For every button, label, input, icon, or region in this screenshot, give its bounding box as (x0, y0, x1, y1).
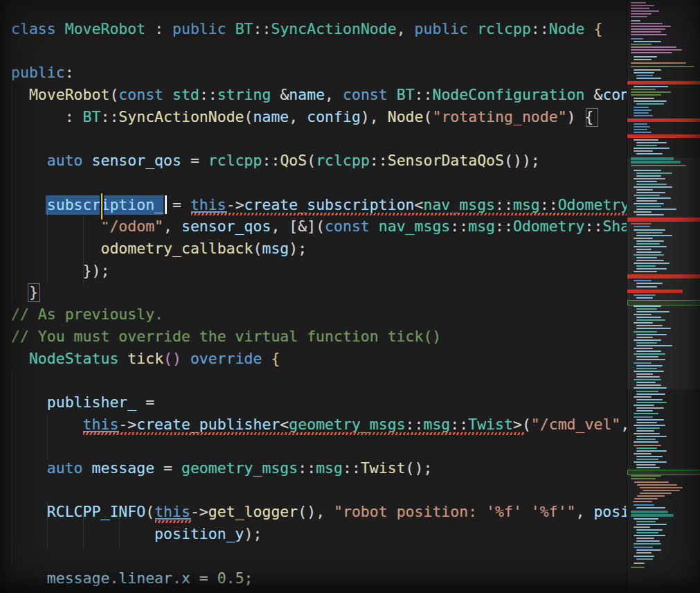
minimap-code-bar (637, 495, 665, 497)
minimap-code-bar (643, 490, 680, 491)
code-token: { (593, 20, 602, 37)
minimap-code-bar (636, 334, 667, 335)
minimap-code-bar (634, 129, 647, 130)
minimap-code-bar (636, 393, 665, 395)
minimap-code-bar (636, 532, 658, 533)
code-token: QoS (280, 152, 307, 169)
minimap-code-bar (634, 115, 653, 116)
code-token: NodeConfiguration (432, 86, 584, 103)
code-token: msg (513, 196, 540, 213)
minimap-code-bar (634, 535, 665, 536)
error-squiggle (83, 432, 525, 435)
code-token: public (172, 20, 226, 37)
minimap-code-bar (634, 229, 665, 231)
minimap-code-bar (634, 271, 657, 272)
error-squiggle (155, 520, 192, 523)
code-line-26[interactable]: message.linear.x = 0.5; (0, 567, 627, 590)
code-line-5[interactable]: : BT::SyncActionNode(name, config), Node… (0, 106, 627, 128)
code-token: ); (289, 240, 307, 257)
minimap-code-bar (634, 41, 661, 42)
minimap-code-bar (633, 501, 652, 502)
minimap-code-bar (636, 189, 653, 191)
code-line-7[interactable]: auto sensor_qos = rclcpp::QoS(rclcpp::Se… (0, 150, 627, 172)
minimap-error-bar (627, 81, 700, 85)
code-token (11, 240, 100, 257)
minimap-code-bar (636, 328, 671, 329)
minimap-code-bar (636, 552, 652, 554)
code-token (11, 196, 47, 213)
minimap-code-bar (634, 203, 664, 204)
minimap-code-bar (636, 524, 667, 525)
code-token: < (415, 196, 424, 213)
code-token: { (585, 108, 594, 125)
code-token: sensor_qos (181, 218, 271, 235)
code-line-18[interactable]: publisher_ = (0, 391, 627, 414)
minimap-code-bar (634, 226, 650, 227)
minimap-code-bar (636, 507, 665, 508)
minimap-code-bar (636, 467, 660, 468)
code-line-1[interactable]: class MoveRobot : public BT::SyncActionN… (0, 18, 627, 40)
code-line-20[interactable] (0, 435, 627, 457)
minimap-code-bar (634, 178, 665, 179)
code-token: :: (495, 218, 513, 235)
code-line-14[interactable]: // As previously. (0, 303, 627, 326)
minimap-code-bar (634, 498, 658, 499)
minimap-code-bar (634, 416, 653, 418)
minimap-code-bar (631, 165, 686, 166)
code-editor[interactable]: class MoveRobot : public BT::SyncActionN… (0, 0, 627, 593)
code-line-13[interactable]: } (0, 281, 627, 303)
code-line-21[interactable]: auto message = geometry_msgs::msg::Twist… (0, 457, 627, 479)
code-token (11, 350, 29, 367)
minimap-error-bar (627, 290, 683, 293)
code-token (370, 218, 379, 235)
code-token: // As previously. (11, 306, 163, 323)
code-line-3[interactable]: public: (0, 62, 627, 84)
minimap-code-bar (634, 126, 650, 127)
minimap-code-bar (636, 450, 667, 452)
code-token: // You must override the virtual functio… (11, 328, 441, 345)
code-line-2[interactable] (0, 40, 627, 62)
code-line-11[interactable]: odometry_callback(msg); (0, 238, 627, 260)
error-squiggle (191, 213, 627, 215)
code-line-24[interactable]: position_y); (0, 523, 627, 545)
code-token: x (181, 569, 190, 587)
code-token: , (289, 108, 307, 125)
code-line-22[interactable] (0, 479, 627, 502)
editor-window: class MoveRobot : public BT::SyncActionN… (0, 0, 700, 593)
minimap-code-bar (634, 481, 669, 483)
minimap-code-bar (636, 283, 663, 284)
code-line-12[interactable]: }); (0, 260, 627, 282)
minimap-code-bar (634, 109, 652, 111)
minimap-code-bar (636, 325, 663, 326)
minimap-code-bar (634, 132, 652, 133)
code-token: Node (388, 108, 424, 125)
code-token: config (307, 108, 361, 125)
code-line-6[interactable] (0, 128, 627, 150)
minimap-code-bar (634, 526, 650, 528)
code-line-15[interactable]: // You must override the virtual functio… (0, 326, 627, 348)
minimap-code-bar (634, 413, 658, 414)
code-line-23[interactable]: RCLCPP_INFO(this->get_logger(), "robot p… (0, 501, 627, 523)
code-line-4[interactable]: MoveRobot(const std::string &name, const… (0, 84, 627, 106)
minimap-code-bar (636, 319, 665, 321)
minimap-code-bar (631, 89, 656, 90)
code-line-16[interactable]: NodeStatus tick() override { (0, 348, 627, 370)
minimap-code-bar (634, 441, 658, 443)
code-token: ) (567, 108, 585, 125)
minimap-code-bar (636, 317, 661, 318)
code-line-25[interactable] (0, 545, 627, 567)
minimap-code-bar (634, 294, 656, 296)
minimap-code-bar (636, 251, 661, 253)
minimap-code-bar (636, 265, 656, 267)
minimap-code-bar (640, 487, 683, 488)
minimap-code-bar (634, 123, 647, 125)
minimap-code-bar (636, 538, 654, 539)
code-token: Odometry (558, 196, 627, 213)
minimap[interactable] (627, 0, 700, 593)
code-token: NodeStatus (29, 350, 118, 367)
code-token: (); (406, 459, 433, 477)
minimap-code-bar (631, 567, 645, 568)
code-token: -> (118, 416, 136, 433)
minimap-code-bar (634, 211, 652, 213)
code-line-17[interactable] (0, 369, 627, 391)
